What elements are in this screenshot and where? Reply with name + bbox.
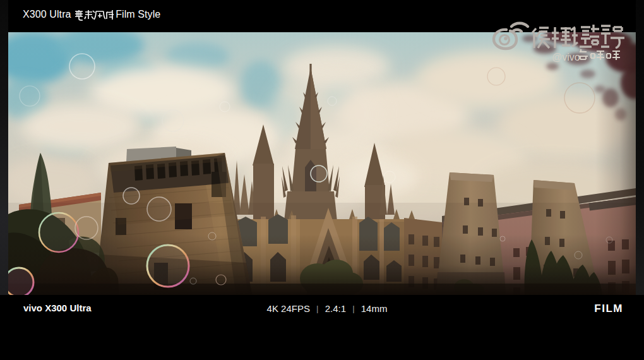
svg-text:@vivo: @vivo	[552, 52, 580, 63]
